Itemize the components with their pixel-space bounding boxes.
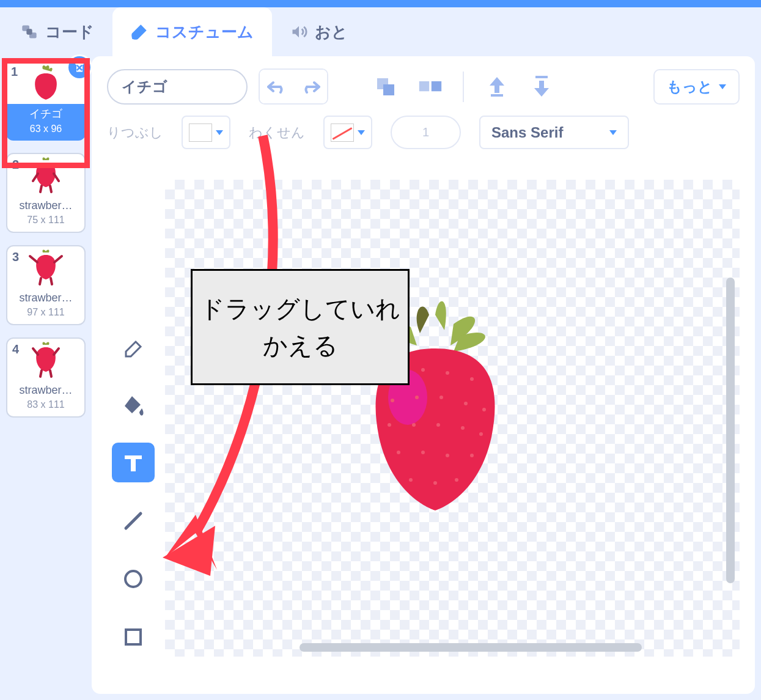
sound-icon (290, 23, 307, 40)
svg-line-9 (126, 514, 141, 528)
forward-button[interactable] (480, 70, 513, 103)
toolbar-divider (463, 72, 464, 102)
svg-point-33 (455, 478, 458, 482)
tab-sounds-label: おと (315, 21, 348, 43)
editor-canvas-area (107, 180, 740, 657)
editor-toolbar-row2: りつぶし わくせん Sans Serif (107, 116, 740, 149)
line-icon (121, 509, 145, 533)
costume-item-1[interactable]: 1 イチゴ 63 x 96 (6, 61, 86, 141)
costume-dim: 97 x 111 (7, 307, 84, 318)
more-button[interactable]: もっと (653, 69, 740, 105)
svg-rect-5 (419, 81, 428, 90)
canvas-vertical-scrollbar[interactable] (726, 278, 735, 583)
line-tool[interactable] (112, 501, 155, 540)
costume-dim: 75 x 111 (7, 215, 84, 226)
svg-rect-7 (491, 94, 503, 97)
canvas-horizontal-scrollbar[interactable] (300, 643, 642, 652)
font-dropdown[interactable]: Sans Serif (479, 116, 629, 149)
costume-item-4[interactable]: 4 strawber… 83 x 111 (6, 337, 86, 418)
costume-name: strawber… (7, 292, 84, 304)
outline-swatch-none (331, 123, 354, 142)
svg-point-19 (439, 396, 443, 399)
workspace: 1 イチゴ 63 x 96 2 strawber… 75 x 111 3 (0, 56, 761, 700)
svg-rect-11 (126, 630, 141, 644)
arrow-down-icon (532, 75, 551, 99)
svg-rect-4 (383, 84, 394, 95)
tab-costumes[interactable]: コスチューム (112, 7, 272, 56)
svg-point-20 (464, 402, 468, 405)
svg-point-18 (415, 396, 419, 399)
eraser-tool[interactable] (112, 326, 155, 366)
rect-tool[interactable] (112, 617, 155, 657)
editor-toolbar-row1: もっと (107, 68, 740, 105)
svg-point-21 (482, 408, 486, 411)
annotation-text: ドラッグしていれかえる (193, 290, 408, 364)
outline-label: わくせん (249, 123, 305, 142)
outline-color-picker[interactable] (323, 116, 372, 149)
group-button[interactable] (369, 70, 402, 103)
svg-point-22 (388, 423, 391, 427)
costume-dim: 63 x 96 (6, 123, 86, 134)
costume-index: 1 (11, 65, 18, 79)
text-tool[interactable] (112, 443, 155, 482)
outline-width-input[interactable] (391, 116, 461, 149)
svg-point-31 (409, 478, 413, 482)
costume-dim: 83 x 111 (7, 399, 84, 410)
undo-icon (267, 80, 287, 94)
costume-index: 4 (12, 342, 19, 356)
costume-name-input[interactable] (107, 69, 248, 105)
arrow-up-icon (487, 75, 507, 99)
eraser-icon (121, 334, 145, 359)
trash-icon (73, 61, 86, 73)
tab-code-label: コード (45, 21, 94, 43)
circle-tool[interactable] (112, 559, 155, 599)
svg-point-25 (461, 426, 465, 430)
chevron-down-icon (216, 130, 223, 135)
svg-point-30 (470, 454, 474, 457)
chevron-down-icon (719, 84, 726, 89)
paint-editor: もっと りつぶし わくせん Sans Serif (92, 56, 755, 694)
svg-point-10 (125, 571, 141, 587)
svg-point-16 (470, 377, 474, 381)
text-icon (121, 451, 145, 475)
svg-point-14 (421, 368, 425, 372)
redo-icon (301, 80, 320, 94)
instruction-annotation: ドラッグしていれかえる (191, 269, 410, 385)
svg-point-29 (446, 454, 449, 457)
square-icon (121, 625, 145, 649)
fill-tool[interactable] (112, 385, 155, 424)
brush-icon (131, 23, 148, 40)
costume-index: 3 (12, 250, 19, 264)
fill-color-picker[interactable] (182, 116, 230, 149)
tab-costumes-label: コスチューム (155, 21, 254, 43)
app-top-bar (0, 0, 761, 7)
paint-canvas[interactable] (165, 180, 740, 657)
backward-button[interactable] (524, 70, 558, 103)
svg-point-27 (397, 451, 400, 454)
undo-button[interactable] (260, 70, 293, 103)
paint-tools (107, 180, 159, 657)
costume-item-3[interactable]: 3 strawber… 97 x 111 (6, 245, 86, 325)
tab-code[interactable]: コード (2, 7, 112, 56)
redo-button[interactable] (293, 70, 327, 103)
code-icon (21, 23, 38, 40)
costume-name: strawber… (7, 384, 84, 397)
costume-list: 1 イチゴ 63 x 96 2 strawber… 75 x 111 3 (0, 56, 92, 700)
editor-tabs: コード コスチューム おと (0, 7, 761, 56)
svg-point-15 (446, 371, 449, 375)
undo-redo-group (259, 68, 328, 105)
ungroup-button[interactable] (413, 70, 447, 103)
svg-rect-8 (535, 76, 548, 78)
circle-icon (121, 567, 145, 591)
ungroup-icon (418, 76, 443, 98)
costume-item-2[interactable]: 2 strawber… 75 x 111 (6, 153, 86, 233)
costume-name: strawber… (7, 199, 84, 212)
fill-label: りつぶし (107, 123, 163, 142)
svg-rect-6 (431, 81, 441, 90)
svg-point-26 (479, 432, 483, 436)
delete-costume-button[interactable] (68, 56, 90, 78)
svg-point-17 (391, 399, 394, 402)
paint-bucket-icon (121, 392, 145, 417)
font-name: Sans Serif (491, 124, 563, 141)
tab-sounds[interactable]: おと (272, 7, 366, 56)
